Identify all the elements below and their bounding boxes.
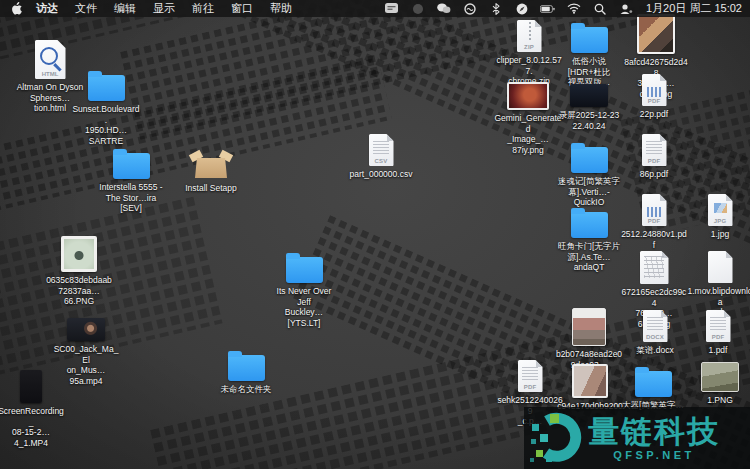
file-ext-label: PDF [642, 98, 667, 104]
menu-edit[interactable]: 编辑 [114, 1, 136, 16]
watermark-text: 量链科技 QFSP.NET [588, 415, 720, 461]
battery-icon[interactable] [540, 2, 555, 15]
icon-label: 1.PNG [707, 395, 733, 406]
mail-app-icon[interactable] [462, 2, 477, 15]
menu-file[interactable]: 文件 [75, 1, 97, 16]
icon-label: Gemini_Generated _Image_…87iy.png [494, 113, 562, 155]
bluetooth-icon[interactable] [488, 2, 503, 15]
desktop-icon-interstella-folder[interactable]: Interstella 5555 - The Stor…ira [SEV] [97, 146, 165, 214]
menu-go[interactable]: 前往 [192, 1, 214, 16]
htmlpage-file-icon: HTML [35, 40, 66, 79]
video-file-icon [20, 370, 42, 403]
menu-bar: 访达 文件 编辑 显示 前往 窗口 帮助 [0, 0, 750, 17]
watermark-title: 量链科技 [588, 415, 720, 448]
menu-finder[interactable]: 访达 [36, 1, 58, 16]
apple-menu[interactable] [11, 2, 22, 15]
desktop-icon-png-0635[interactable]: 0635c83debdaab 72837aa…66.PNG [45, 236, 113, 307]
folder-file-icon [113, 153, 150, 179]
folder-file-icon [88, 75, 125, 101]
icon-label: 菜谱.docx [636, 345, 673, 356]
icon-label: 22p.pdf [640, 109, 668, 120]
menu-help[interactable]: 帮助 [270, 1, 292, 16]
icon-label: 1.pdf [709, 345, 728, 356]
icon-label: Sunset.Boulevard. 1950.HD…SARTRE [72, 104, 140, 146]
file-ext-label: PDF [642, 218, 667, 224]
icon-label: Install Setapp [185, 183, 237, 194]
img-file-icon [61, 236, 97, 272]
user-switch-icon[interactable] [618, 2, 633, 15]
icon-label: part_000000.csv [350, 169, 413, 180]
open-box-part [195, 158, 227, 178]
folder-file-icon [635, 371, 672, 397]
desktop-icon-jpg-c94e[interactable]: c94e170d0b9200 [556, 364, 624, 412]
compass-app-icon[interactable] [514, 2, 529, 15]
page-file-icon: JPG [708, 194, 733, 226]
desktop-icon-pdf-22p[interactable]: PDF22p.pdf [620, 74, 688, 120]
img-file-icon [507, 82, 549, 110]
img-file-icon [572, 308, 606, 346]
video-file-icon [570, 84, 608, 107]
desktop-icon-caipu-docx[interactable]: DOCX菜谱.docx [621, 310, 689, 356]
desktop-icon-pdf-2512[interactable]: PDF2512.24880v1.pdf [620, 194, 688, 250]
desktop-icon-png-1[interactable]: 1.PNG [686, 362, 750, 406]
video-file-icon [67, 318, 105, 341]
chat-app-icon[interactable] [384, 2, 399, 15]
file-ext-label: HTML [35, 71, 66, 77]
page-file-icon: ZIP [517, 20, 542, 52]
menu-view[interactable]: 显示 [153, 1, 175, 16]
page-file-icon: PDF [642, 74, 667, 106]
dimmed-app-icon[interactable] [410, 2, 425, 15]
menu-bar-status: 1月20日 周二 15:02 [384, 1, 750, 16]
icon-label: 2512.24880v1.pdf [620, 229, 688, 250]
wechat-icon[interactable] [436, 2, 451, 15]
desktop-icon-daqi-folder[interactable]: 大器[简繁英字… [619, 364, 687, 411]
icon-label: 旺角卡门[无字片 源].As.Te…andaQT [555, 241, 623, 273]
folder-file-icon [571, 212, 608, 238]
desktop-icon-gemini-png[interactable]: Gemini_Generated _Image_…87iy.png [494, 82, 562, 155]
desktop-icon-blipdownload-1[interactable]: 1.mov.blipdownloa d [686, 251, 750, 318]
desktop-icon-jeff-buckley-folder[interactable]: Its Never Over Jeff Buckley…[YTS.LT] [270, 250, 338, 328]
page-file-icon [640, 251, 669, 284]
page-file-icon: PDF [518, 360, 543, 392]
desktop-icon-sunset-folder[interactable]: Sunset.Boulevard. 1950.HD…SARTRE [72, 68, 140, 146]
page-file-icon: CSV [369, 134, 394, 166]
desktop-icon-luping-recording[interactable]: 录屏2025-12-23 22.40.24 [555, 84, 623, 131]
img-file-icon [637, 14, 675, 54]
page-file-icon: DOCX [643, 310, 668, 342]
file-ext-label: PDF [642, 158, 667, 164]
desktop-icon-screenrecording-mp4[interactable]: ScreenRecording_ 08-15-2…4_1.MP4 [0, 370, 65, 448]
desktop-icon-part-csv[interactable]: CSVpart_000000.csv [347, 134, 415, 180]
icon-label: Interstella 5555 - The Stor…ira [SEV] [97, 182, 165, 214]
page-file-icon: PDF [642, 134, 667, 166]
apple-logo-icon [11, 2, 22, 15]
icon-label: Its Never Over Jeff Buckley…[YTS.LT] [270, 286, 338, 328]
desktop-icon-untitled-folder[interactable]: 未命名文件夹 [212, 348, 280, 395]
desktop-icon-jpg-1[interactable]: JPG1.jpg [686, 194, 750, 240]
watermark-logo-icon [530, 412, 584, 464]
wifi-icon[interactable] [566, 2, 581, 15]
open-box-part [204, 148, 218, 157]
desktop-icon-pdf-1[interactable]: PDF1.pdf [684, 310, 750, 356]
menu-bar-clock[interactable]: 1月20日 周二 15:02 [646, 1, 742, 16]
page-file-icon: PDF [706, 310, 731, 342]
desktop-icon-pdf-86p[interactable]: PDF86p.pdf [620, 134, 688, 180]
folder-file-icon [286, 257, 323, 283]
icon-label: 迷魂记[简繁英字 幕].Verti…-QuickIO [555, 176, 623, 208]
file-ext-label: DOCX [643, 334, 668, 340]
desktop-icon-vertigo-folder[interactable]: 迷魂记[简繁英字 幕].Verti…-QuickIO [555, 140, 623, 208]
file-ext-label: PDF [706, 334, 731, 340]
spotlight-search-icon[interactable] [592, 2, 607, 15]
box-file-icon [190, 146, 232, 180]
icon-label: 未命名文件夹 [221, 384, 272, 395]
icon-label: 1.jpg [711, 229, 729, 240]
desktop-icon-clipper-zip[interactable]: ZIPclipper_8.0.12.577. chrome.zip [495, 20, 563, 87]
desktop-icon-install-setapp[interactable]: Install Setapp [177, 146, 245, 194]
watermark-subtitle: QFSP.NET [613, 449, 695, 461]
icon-label: 录屏2025-12-23 22.40.24 [559, 110, 619, 131]
folder-file-icon [571, 147, 608, 173]
watermark: 量链科技 QFSP.NET [524, 407, 750, 469]
file-ext-label: PDF [518, 384, 543, 390]
desktop-icon-wangjiao-folder[interactable]: 旺角卡门[无字片 源].As.Te…andaQT [555, 205, 623, 273]
file-ext-label: ZIP [517, 44, 542, 50]
menu-window[interactable]: 窗口 [231, 1, 253, 16]
